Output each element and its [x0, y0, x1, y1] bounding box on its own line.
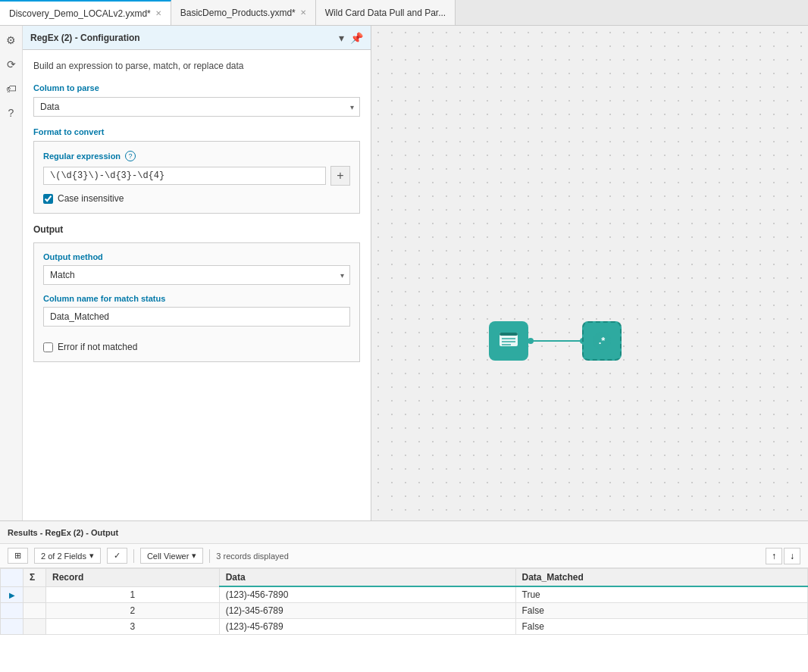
cell-viewer-button[interactable]: Cell Viewer ▾	[140, 548, 203, 564]
regex-input-row: +	[43, 166, 350, 186]
fields-label: 2 of 2 Fields	[41, 552, 86, 561]
tab-basicdemo-label: BasicDemo_Products.yxmd*	[180, 8, 296, 18]
sort-down-button[interactable]: ↓	[784, 548, 800, 564]
output-method-select[interactable]: Match Parse Replace - All Replace - Firs…	[43, 265, 350, 285]
th-sigma: Σ	[23, 569, 46, 587]
format-group: Format to convert Regular expression ? +	[33, 127, 360, 214]
minimize-icon[interactable]: ▾	[339, 32, 344, 44]
format-box: Regular expression ? + Case insensitive	[33, 141, 360, 214]
regex-help-icon[interactable]: ?	[125, 151, 136, 161]
case-insensitive-row: Case insensitive	[43, 193, 350, 204]
tab-bar: Discovery_Demo_LOCALv2.yxmd* ✕ BasicDemo…	[0, 0, 808, 26]
row-num-cell	[23, 603, 46, 619]
row-data: (12)-345-6789	[219, 603, 515, 619]
table-row: 3 (123)-45-6789 False	[1, 619, 808, 635]
results-table: Σ Record Data Data_Matched ▶ 1 (123)-456…	[0, 568, 808, 635]
case-insensitive-label: Case insensitive	[58, 193, 124, 204]
fields-dropdown-button[interactable]: 2 of 2 Fields ▾	[34, 548, 101, 564]
check-icon: ✓	[114, 551, 121, 561]
row-data: (123)-45-6789	[219, 619, 515, 635]
left-panel: ⚙ ⟳ 🏷 ? RegEx (2) - Configuration ▾ 📌 Bu…	[0, 26, 371, 520]
sort-buttons: ↑ ↓	[766, 548, 800, 564]
sigma-icon: Σ	[30, 572, 35, 583]
row-record: 2	[46, 603, 220, 619]
fields-check-button[interactable]: ✓	[107, 548, 127, 564]
column-to-parse-select[interactable]: Data	[33, 97, 360, 117]
case-insensitive-checkbox[interactable]	[43, 194, 53, 204]
error-not-matched-checkbox[interactable]	[43, 342, 53, 352]
tab-basicdemo[interactable]: BasicDemo_Products.yxmd* ✕	[171, 0, 316, 25]
config-header: RegEx (2) - Configuration ▾ 📌	[23, 26, 371, 50]
fields-grid-icon[interactable]: ⊞	[8, 548, 28, 564]
row-record: 1	[46, 586, 220, 603]
regex-label: Regular expression	[43, 152, 121, 161]
cell-viewer-label: Cell Viewer	[147, 552, 189, 561]
th-data[interactable]: Data	[219, 569, 515, 587]
row-num-cell	[23, 586, 46, 603]
tab-wildcard[interactable]: Wild Card Data Pull and Par...	[316, 0, 456, 25]
icon-sidebar: ⚙ ⟳ 🏷 ?	[0, 26, 23, 520]
results-panel: Results - RegEx (2) - Output ⊞ 2 of 2 Fi…	[0, 520, 808, 672]
row-num-cell	[23, 619, 46, 635]
connection-line	[526, 340, 584, 342]
error-not-matched-label: Error if not matched	[58, 342, 137, 352]
grid-symbol: ⊞	[14, 551, 21, 561]
column-name-input[interactable]	[43, 307, 350, 327]
th-record[interactable]: Record	[46, 569, 220, 587]
output-method-wrapper: Match Parse Replace - All Replace - Firs…	[43, 265, 350, 285]
error-not-matched-row: Error if not matched	[43, 342, 350, 352]
regex-add-button[interactable]: +	[330, 166, 350, 186]
results-toolbar: ⊞ 2 of 2 Fields ▾ ✓ Cell Viewer ▾ 3 reco…	[0, 544, 808, 568]
row-matched: False	[515, 619, 808, 635]
tab-discovery[interactable]: Discovery_Demo_LOCALv2.yxmd* ✕	[0, 0, 171, 25]
records-label: 3 records displayed	[216, 552, 288, 561]
right-canvas: .*	[371, 26, 808, 520]
config-title: RegEx (2) - Configuration	[30, 33, 140, 43]
results-header: Results - RegEx (2) - Output	[0, 521, 808, 544]
sidebar-tag-icon[interactable]: 🏷	[3, 80, 20, 97]
regex-node[interactable]: .*	[582, 321, 622, 361]
table-header-row: Σ Record Data Data_Matched	[1, 569, 808, 587]
sidebar-help-icon[interactable]: ?	[3, 105, 20, 121]
row-selector-cell[interactable]: ▶	[1, 586, 23, 603]
column-to-parse-group: Column to parse Data ▾	[33, 83, 360, 117]
row-matched: False	[515, 603, 808, 619]
config-content: Build an expression to parse, match, or …	[23, 50, 371, 520]
tab-basicdemo-close[interactable]: ✕	[300, 8, 306, 17]
th-selector	[1, 569, 23, 587]
tab-discovery-close[interactable]: ✕	[155, 9, 161, 17]
row-record: 3	[46, 619, 220, 635]
svg-rect-1	[500, 333, 518, 336]
config-header-icons: ▾ 📌	[339, 32, 363, 44]
regex-input[interactable]	[43, 167, 326, 185]
results-title: Results - RegEx (2) - Output	[8, 528, 118, 537]
row-matched: True	[515, 586, 808, 603]
toolbar-separator-2	[209, 549, 210, 563]
fields-chevron: ▾	[89, 551, 94, 561]
tab-discovery-label: Discovery_Demo_LOCALv2.yxmd*	[9, 8, 151, 19]
input-node-icon	[497, 330, 520, 352]
column-to-parse-wrapper: Data ▾	[33, 97, 360, 117]
row-selector-cell[interactable]	[1, 603, 23, 619]
sort-up-button[interactable]: ↑	[766, 548, 782, 564]
connection-dot-left	[528, 338, 534, 344]
input-node[interactable]	[489, 321, 528, 361]
pin-icon[interactable]: 📌	[350, 32, 363, 44]
regex-label-row: Regular expression ?	[43, 151, 350, 161]
results-table-wrapper: Σ Record Data Data_Matched ▶ 1 (123)-456…	[0, 568, 808, 672]
tab-wildcard-label: Wild Card Data Pull and Par...	[325, 8, 446, 18]
output-section-label: Output	[33, 224, 360, 235]
table-row: 2 (12)-345-6789 False	[1, 603, 808, 619]
sidebar-settings-icon[interactable]: ⚙	[3, 32, 20, 48]
column-name-label: Column name for match status	[43, 294, 350, 303]
output-box: Output method Match Parse Replace - All …	[33, 242, 360, 362]
cell-viewer-chevron: ▾	[192, 551, 196, 561]
output-method-label: Output method	[43, 252, 350, 261]
table-row: ▶ 1 (123)-456-7890 True	[1, 586, 808, 603]
row-selector-cell[interactable]	[1, 619, 23, 635]
toolbar-separator	[133, 549, 134, 563]
output-group: Output Output method Match Parse Replace…	[33, 224, 360, 362]
sidebar-connection-icon[interactable]: ⟳	[3, 56, 20, 73]
config-panel: RegEx (2) - Configuration ▾ 📌 Build an e…	[23, 26, 371, 520]
th-data-matched[interactable]: Data_Matched	[515, 569, 808, 587]
